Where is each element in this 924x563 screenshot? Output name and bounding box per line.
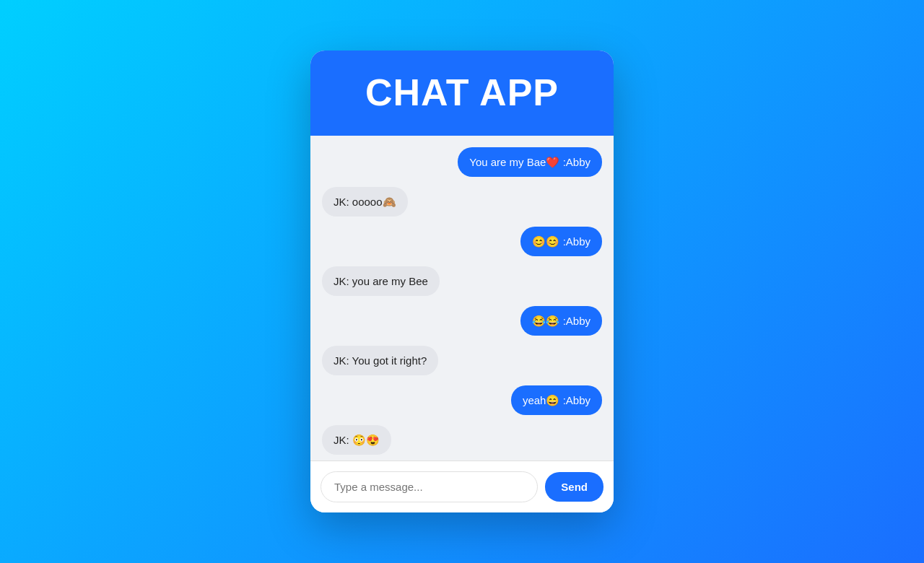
message-bubble: JK: ooooo🙈 [322, 187, 408, 217]
app-title: CHAT APP [325, 71, 599, 114]
chat-messages-area: You are my Bae❤️ :AbbyJK: ooooo🙈😊😊 :Abby… [310, 136, 614, 461]
chat-app-container: CHAT APP You are my Bae❤️ :AbbyJK: ooooo… [310, 51, 614, 512]
send-button[interactable]: Send [545, 472, 603, 502]
message-bubble: 😊😊 :Abby [520, 227, 602, 256]
message-row: JK: ooooo🙈 [322, 187, 602, 217]
message-bubble: You are my Bae❤️ :Abby [458, 147, 602, 177]
message-bubble: JK: You got it right? [322, 346, 438, 375]
message-row: JK: 😳😍 [322, 425, 602, 455]
chat-header: CHAT APP [310, 51, 614, 136]
message-row: 😂😂 :Abby [322, 306, 602, 336]
message-row: 😊😊 :Abby [322, 227, 602, 256]
message-row: JK: You got it right? [322, 346, 602, 375]
chat-input-area: Send [310, 461, 614, 512]
message-row: You are my Bae❤️ :Abby [322, 147, 602, 177]
message-bubble: 😂😂 :Abby [520, 306, 602, 336]
message-bubble: JK: 😳😍 [322, 425, 391, 455]
message-input[interactable] [321, 471, 538, 502]
message-bubble: JK: you are my Bee [322, 266, 440, 296]
message-row: yeah😄 :Abby [322, 385, 602, 415]
message-bubble: yeah😄 :Abby [511, 385, 602, 415]
message-row: JK: you are my Bee [322, 266, 602, 296]
